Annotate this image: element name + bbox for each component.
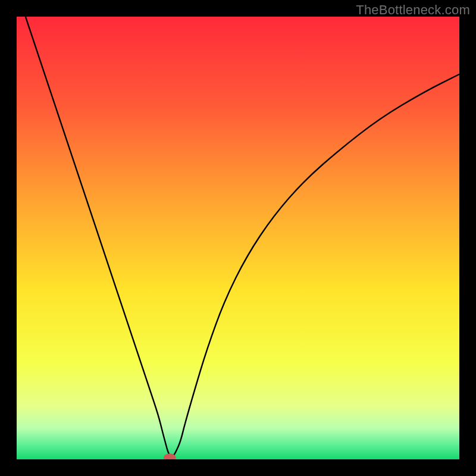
chart-background xyxy=(17,17,459,459)
watermark-text: TheBottleneck.com xyxy=(356,2,470,18)
chart-frame xyxy=(17,17,459,459)
chart-svg xyxy=(17,17,459,459)
